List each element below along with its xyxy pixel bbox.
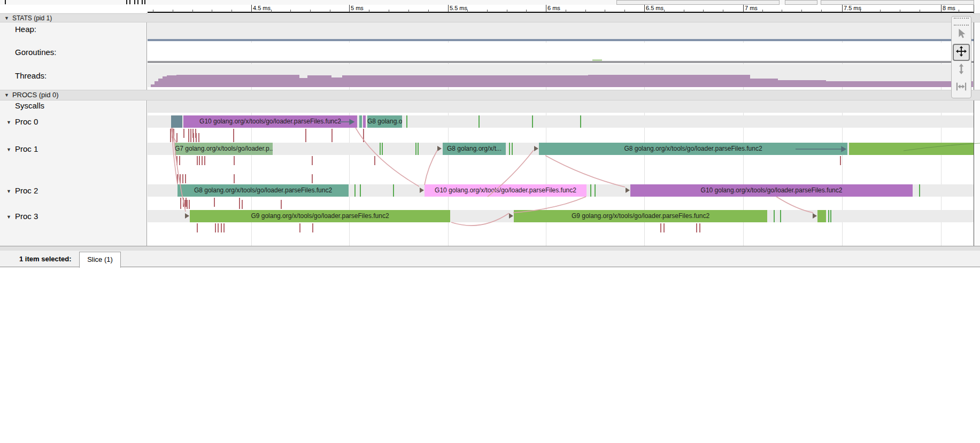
syscalls-track-strip[interactable] (148, 100, 974, 113)
zoom-tool-button[interactable] (953, 61, 969, 79)
flow-tick (197, 156, 198, 165)
instant-slice[interactable] (580, 115, 581, 128)
timeline-slice[interactable] (849, 143, 974, 155)
instant-slice[interactable] (509, 143, 510, 155)
timing-tool-button[interactable] (953, 79, 969, 96)
proc-track-label[interactable]: ▼Proc 1 (6, 144, 38, 153)
instant-slice[interactable] (415, 143, 416, 155)
flow-tick (305, 133, 306, 142)
timeline-slice[interactable]: G7 golang.org/x/tools/go/loader.p... (175, 143, 273, 155)
selection-summary: 1 item selected: (19, 255, 72, 263)
timeline-slice[interactable]: G9 golang.org/x/tools/go/loader.parseFil… (514, 210, 767, 222)
ruler-minor-tick (684, 10, 684, 12)
flow-tick (183, 129, 184, 138)
overview-viewport-box[interactable] (616, 0, 780, 5)
tab-slice[interactable]: Slice (1) (79, 252, 121, 268)
overview-viewport-box[interactable] (785, 0, 817, 5)
selection-tool-button[interactable] (953, 26, 969, 43)
timeline-slice[interactable]: G10 golang.org/x/tools/go/loader.parseFi… (630, 184, 913, 197)
ruler-minor-tick (173, 10, 173, 12)
ruler-minor-tick (920, 10, 920, 12)
counter-series-band (148, 39, 974, 41)
counter-track-bg[interactable] (148, 43, 974, 63)
pan-icon (955, 45, 967, 59)
flow-tick (189, 200, 190, 209)
flow-tick (374, 156, 375, 165)
ruler-tick-label: 6 ms (547, 5, 560, 11)
timeline-slice[interactable]: G10 golang.org/x/tools/go/loader.parseFi… (183, 115, 357, 128)
ruler-minor-tick (900, 10, 900, 12)
ruler-minor-tick (271, 10, 272, 12)
pan-tool-button[interactable] (953, 44, 970, 61)
counter-track-bg[interactable] (148, 21, 974, 41)
stats-group-title: STATS (pid 1) (12, 14, 52, 22)
flow-tick (239, 200, 240, 209)
ruler-tick-label: 5.5 ms (450, 5, 467, 11)
overview-viewport-box[interactable] (821, 0, 974, 5)
ruler-minor-tick (330, 10, 330, 12)
instant-slice[interactable] (595, 184, 596, 197)
ruler-major-tick (349, 5, 350, 12)
stats-group-header[interactable]: ▼STATS (pid 1) (0, 13, 980, 22)
flow-tick (663, 223, 665, 232)
overview-mark (144, 0, 145, 4)
flow-tick (199, 156, 200, 165)
goroutine-count-blip (592, 59, 602, 61)
instant-slice[interactable] (406, 115, 407, 128)
ruler-minor-tick (369, 10, 369, 12)
ruler-minor-tick (801, 10, 802, 12)
instant-slice[interactable] (512, 143, 513, 155)
ruler-minor-tick (624, 10, 625, 12)
instant-slice[interactable] (382, 143, 383, 155)
proc-track-label[interactable]: ▼Proc 3 (6, 212, 38, 221)
timeline-slice[interactable]: G8 golang.org/x/t... (443, 143, 506, 155)
slice-detail-panel: TitleG10 golang.org/x/tools/go/loader.pa… (0, 267, 980, 443)
ruler-major-tick (743, 5, 744, 12)
timeline-slice[interactable]: G8 golang.org/x/tools/go/loader.parseFil… (178, 184, 349, 197)
timeline-slice[interactable]: G10 golang.org/x/tools/go/loader.parseFi… (425, 184, 587, 197)
toolbar-drag-handle[interactable] (954, 18, 969, 26)
instant-slice[interactable] (479, 115, 480, 128)
flow-tick (180, 200, 181, 209)
proc-track-label[interactable]: ▼Proc 2 (6, 186, 38, 195)
proc-track-label[interactable]: ▼Proc 0 (6, 117, 38, 126)
stats-track-label: Heap: (15, 25, 36, 34)
instant-slice[interactable] (919, 184, 920, 197)
flow-arrowhead-icon (509, 213, 513, 219)
right-gutter (974, 0, 980, 246)
ruler-tick-label: 4.5 ms (253, 5, 271, 11)
timeline-slice[interactable] (363, 115, 366, 128)
instant-slice[interactable] (774, 210, 775, 222)
ruler-tick-label: 6.5 ms (646, 5, 663, 11)
timeline-slice[interactable]: G8 golang.or... (367, 115, 402, 128)
flow-event-curve (356, 128, 419, 186)
timeline-slice[interactable] (171, 115, 182, 128)
procs-group-header[interactable]: ▼PROCS (pid 0) (0, 90, 980, 100)
flow-tick (173, 129, 174, 138)
timeline-slice[interactable] (359, 115, 362, 128)
instant-slice[interactable] (590, 184, 591, 197)
flow-tick (196, 133, 197, 142)
instant-slice[interactable] (418, 143, 419, 155)
flow-tick (193, 133, 194, 142)
flow-arrowhead-icon (420, 188, 424, 193)
timeline-slice[interactable]: G8 golang.org/x/tools/go/loader.parseFil… (539, 143, 847, 155)
flow-tick (172, 133, 173, 142)
instant-slice[interactable] (360, 184, 361, 197)
stats-track-label: Goroutines: (15, 48, 57, 57)
overview-mark (134, 0, 135, 4)
instant-slice[interactable] (830, 210, 831, 222)
flow-tick (204, 156, 205, 165)
instant-slice[interactable] (354, 184, 356, 197)
instant-slice[interactable] (393, 184, 394, 197)
instant-slice[interactable] (780, 210, 781, 222)
stats-track-label: Threads: (15, 71, 47, 80)
instant-slice[interactable] (828, 210, 829, 222)
timeline-slice[interactable] (817, 210, 826, 222)
counter-track-bg[interactable] (148, 64, 974, 87)
flow-tick (190, 133, 191, 142)
timeline-slice[interactable]: G9 golang.org/x/tools/go/loader.parseFil… (190, 210, 450, 222)
instant-slice[interactable] (532, 115, 533, 128)
instant-slice[interactable] (380, 143, 381, 155)
ruler-major-tick (941, 5, 942, 12)
